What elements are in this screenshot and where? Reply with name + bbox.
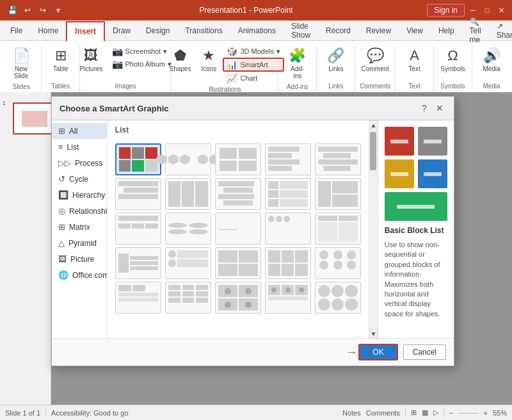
category-cycle[interactable]: ↺ Cycle	[52, 171, 107, 187]
category-process-label: Process	[75, 159, 102, 168]
thumb-r4b[interactable]	[165, 247, 211, 279]
tab-home[interactable]: Home	[30, 20, 66, 40]
icons-button[interactable]: ★ Icons	[196, 45, 221, 75]
scroll-down-button[interactable]: ▼	[369, 329, 378, 338]
category-picture[interactable]: 🖼 Picture	[52, 251, 107, 267]
smartart-button[interactable]: 📊 SmartArt	[223, 58, 284, 72]
thumb-r4d[interactable]	[265, 247, 311, 279]
category-all[interactable]: ⊞ All	[52, 123, 107, 139]
cancel-button[interactable]: Cancel	[403, 344, 446, 360]
addins-button[interactable]: 🧩 Add-ins	[284, 45, 311, 82]
category-process[interactable]: ▷▷ Process	[52, 155, 107, 171]
tab-file[interactable]: File	[3, 20, 30, 40]
pictures-button[interactable]: 🖼 Pictures	[76, 45, 106, 75]
tab-draw[interactable]: Draw	[105, 20, 138, 40]
thumb-r3d[interactable]	[265, 213, 311, 245]
tab-insert[interactable]: Insert	[66, 21, 105, 41]
signin-button[interactable]: Sign in	[427, 4, 465, 17]
text-button[interactable]: A Text	[402, 45, 428, 75]
comment-button[interactable]: 💬 Comment	[358, 45, 393, 75]
dialog-title: Choose a SmartArt Graphic	[60, 104, 169, 113]
thumb-r4e[interactable]	[315, 247, 361, 279]
save-button[interactable]: 💾	[5, 3, 19, 17]
notes-button[interactable]: Notes	[342, 409, 361, 417]
slide-thumbnail[interactable]	[13, 102, 56, 134]
thumb-lines[interactable]	[265, 143, 311, 175]
share-button[interactable]: ↗ Share	[489, 20, 512, 40]
scroll-up-button[interactable]: ▲	[369, 120, 378, 129]
zoom-slider[interactable]: ────	[458, 409, 478, 417]
tab-design[interactable]: Design	[138, 20, 177, 40]
tab-slideshow[interactable]: Slide Show	[284, 20, 318, 40]
category-hierarchy[interactable]: 🔲 Hierarchy	[52, 187, 107, 203]
ok-button[interactable]: OK	[358, 344, 397, 360]
close-button[interactable]: ✕	[495, 4, 507, 16]
thumb-r5c[interactable]	[215, 282, 261, 314]
thumb-col3[interactable]	[115, 178, 161, 210]
tab-view[interactable]: View	[399, 20, 431, 40]
comments-button[interactable]: Comments	[366, 409, 400, 417]
tab-review[interactable]: Review	[358, 20, 399, 40]
restore-button[interactable]: □	[481, 4, 493, 16]
thumb-vert-box[interactable]	[265, 178, 311, 210]
thumb-col3b[interactable]	[165, 178, 211, 210]
status-left: Slide 1 of 1 Accessibility: Good to go	[5, 408, 129, 417]
chart-button[interactable]: 📈 Chart	[223, 72, 284, 85]
view-reading[interactable]: ▷	[433, 408, 438, 417]
title-bar-left: 💾 ↩ ↪ ▾	[5, 3, 65, 17]
dialog-thumbnails: ○—○—○	[110, 138, 366, 334]
redo-button[interactable]: ↪	[36, 3, 50, 17]
tab-help[interactable]: Help	[431, 20, 462, 40]
preview-inner-3	[390, 172, 408, 176]
preview-block-3	[385, 159, 414, 188]
category-list[interactable]: ≡ List	[52, 139, 107, 155]
thumb-r3a[interactable]	[115, 213, 161, 245]
thumb-r3c[interactable]: ○—○—○	[215, 213, 261, 245]
category-relationship[interactable]: ◎ Relationship	[52, 203, 107, 219]
thumb-square[interactable]	[215, 143, 261, 175]
ribbon-group-symbols: Ω Symbols Symbols	[434, 44, 472, 92]
tab-record[interactable]: Record	[318, 20, 358, 40]
zoom-in-button[interactable]: +	[484, 409, 488, 417]
links-button[interactable]: 🔗 Links	[323, 45, 349, 75]
thumb-r5a[interactable]	[115, 282, 161, 314]
view-slider[interactable]: ▦	[422, 408, 428, 417]
thumb-r3b[interactable]	[165, 213, 211, 245]
category-matrix[interactable]: ⊞ Matrix	[52, 219, 107, 235]
zoom-out-button[interactable]: −	[449, 409, 453, 417]
category-office[interactable]: 🌐 Office.com	[52, 267, 107, 283]
table-button[interactable]: ⊞ Table	[48, 45, 74, 75]
thumbnails-area: List	[108, 120, 378, 338]
media-button[interactable]: 🔊 Media	[479, 45, 504, 75]
thumb-r5d[interactable]	[265, 282, 311, 314]
thumb-r4a[interactable]	[115, 247, 161, 279]
view-normal[interactable]: ⊞	[411, 408, 417, 417]
shapes-button[interactable]: ⬟ Shapes	[166, 45, 195, 75]
thumb-indent[interactable]	[215, 178, 261, 210]
thumb-r3e[interactable]	[315, 213, 361, 245]
category-all-label: All	[69, 127, 77, 136]
dialog-help-button[interactable]: ?	[418, 102, 431, 115]
thumb-r4c[interactable]	[215, 247, 261, 279]
thumb-r5b[interactable]	[165, 282, 211, 314]
thumbnail-scrollbar[interactable]: ▲ ▼	[369, 120, 378, 338]
category-pyramid[interactable]: △ Pyramid	[52, 235, 107, 251]
dialog-close-button[interactable]: ✕	[433, 102, 446, 115]
3d-models-button[interactable]: 🎲 3D Models ▾	[223, 45, 284, 58]
symbols-button[interactable]: Ω Symbols	[436, 45, 468, 75]
thumb-lines2[interactable]	[315, 143, 361, 175]
thumb-vert2[interactable]	[315, 178, 361, 210]
customize-button[interactable]: ▾	[51, 3, 65, 17]
tab-transitions[interactable]: Transitions	[177, 20, 230, 40]
thumb-row-1	[115, 143, 361, 175]
dialog-categories: ⊞ All ≡ List ▷▷ Process ↺ Cycle 🔲 Hie	[52, 120, 108, 338]
minimize-button[interactable]: ─	[467, 4, 479, 16]
tab-animations[interactable]: Animations	[230, 20, 284, 40]
thumb-hex[interactable]	[165, 143, 211, 175]
scroll-thumb[interactable]	[370, 132, 376, 170]
thumb-r5e[interactable]	[315, 282, 361, 314]
new-slide-button[interactable]: 📄 New Slide	[6, 45, 36, 82]
tell-me-button[interactable]: 🔍 Tell me	[462, 20, 489, 40]
undo-button[interactable]: ↩	[20, 3, 35, 17]
ribbon-group-illustrations: ⬟ Shapes ★ Icons 🎲 3D Models ▾ 📊 SmartAr…	[172, 44, 278, 92]
